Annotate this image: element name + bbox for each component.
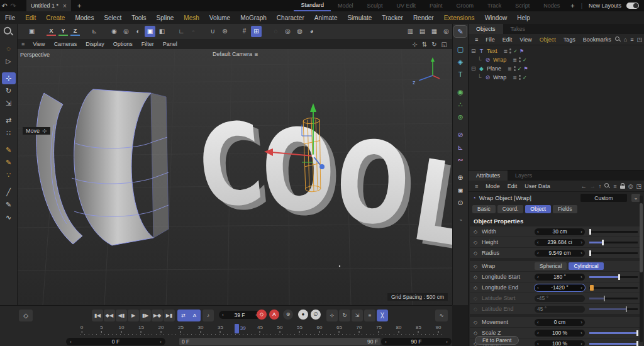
keyframe-diamond-icon[interactable]: ◇ xyxy=(474,240,482,245)
layout-toggle[interactable] xyxy=(626,3,639,9)
tweak-mode-icon[interactable]: ◧ xyxy=(157,26,167,37)
tab-layers[interactable]: Layers xyxy=(508,170,540,181)
slider-handle[interactable] xyxy=(602,240,604,245)
enabled-check-icon[interactable]: ✓ xyxy=(523,75,527,81)
keyframe-diamond-icon[interactable]: ◇ xyxy=(474,229,482,235)
obj-menu-view[interactable]: View xyxy=(516,36,535,43)
fit-to-parent-button[interactable]: Fit to Parent xyxy=(475,336,519,345)
sculpt-pen-tool[interactable]: ✎ xyxy=(2,144,16,156)
spline-deformer[interactable]: ⊾ xyxy=(454,142,467,153)
layer-icon[interactable]: ≣ xyxy=(508,66,512,72)
loop-toggle[interactable]: ⇄ xyxy=(178,310,189,321)
filter-icon[interactable]: ≡ xyxy=(630,36,633,43)
menu-volume[interactable]: Volume xyxy=(204,14,235,21)
tag-flag-icon[interactable]: ⚑ xyxy=(523,66,528,72)
chip-coord[interactable]: Coord. xyxy=(497,205,524,213)
search-icon[interactable] xyxy=(604,183,610,189)
menu-animate[interactable]: Animate xyxy=(309,14,343,21)
decrement-arrow[interactable]: ‹ xyxy=(537,240,539,245)
decrement-arrow[interactable]: ‹ xyxy=(537,274,539,280)
current-frame-field[interactable]: ‹ 39 F › xyxy=(219,311,260,319)
workplane-mode-icon[interactable]: ▫ xyxy=(188,26,199,37)
decrement-arrow[interactable]: ‹ xyxy=(537,285,539,291)
cube-primitive[interactable]: ◈ xyxy=(454,56,467,67)
object-row-wrap[interactable]: └⊘Wrap≣✓ xyxy=(469,55,644,64)
property-slider[interactable] xyxy=(589,341,638,346)
keyframe-diamond-icon[interactable]: ◇ xyxy=(474,264,482,269)
keyframe-diamond-icon[interactable]: ◇ xyxy=(474,274,482,280)
enabled-check-icon[interactable]: ✓ xyxy=(513,48,518,54)
sky-object[interactable]: ⊕ xyxy=(454,172,467,183)
key-filter-icon[interactable]: ╳ xyxy=(377,310,388,321)
new-layouts-button[interactable]: New Layouts xyxy=(585,3,625,9)
material-editor[interactable]: ◔ xyxy=(454,215,467,226)
generator-settings[interactable]: ⊛ xyxy=(454,111,467,123)
toggle-view-icon[interactable]: ◱ xyxy=(441,41,447,48)
knife-tool[interactable]: ╱ xyxy=(2,186,16,198)
camera-object[interactable]: ◙ xyxy=(454,184,467,196)
property-slider[interactable] xyxy=(589,274,638,280)
hamburger-icon[interactable]: ≡ xyxy=(471,36,482,43)
focus-icon[interactable]: ◎ xyxy=(628,183,633,189)
play-button[interactable]: ▶ xyxy=(128,310,139,321)
render-view-icon[interactable]: ▥ xyxy=(405,26,416,37)
move-tool[interactable]: ⊹ xyxy=(2,72,16,84)
scale-tool[interactable]: ⇲ xyxy=(2,98,16,109)
vp-menu-panel[interactable]: Panel xyxy=(158,41,182,47)
document-tab[interactable]: Untitled 1 * × xyxy=(26,0,71,11)
chevron-down-icon[interactable]: ⌄ xyxy=(631,194,640,202)
autokey-toggle-button[interactable]: A xyxy=(269,310,279,320)
toggle-icon-4[interactable]: ◕ xyxy=(306,26,317,37)
menu-render[interactable]: Render xyxy=(408,14,439,21)
axis-lock-z[interactable]: Z xyxy=(70,27,80,36)
layout-tab-script[interactable]: Script xyxy=(508,1,536,11)
slider-handle[interactable] xyxy=(604,296,605,301)
layer-icon[interactable]: ≣ xyxy=(513,75,517,81)
snap-toggle-icon[interactable]: ∪ xyxy=(208,26,218,37)
symmetry-tool[interactable]: ∾ xyxy=(454,154,467,165)
close-tab-icon[interactable]: × xyxy=(63,3,67,9)
value-field[interactable]: -45 ° xyxy=(535,295,585,302)
goto-start-button[interactable]: ▮◀ xyxy=(92,310,103,321)
popout-icon[interactable]: ◳ xyxy=(636,36,642,43)
keyframe-diamond-icon[interactable]: ◇ xyxy=(474,330,482,336)
next-key-button[interactable]: ▶◆ xyxy=(152,310,163,321)
value-field[interactable]: ‹-1420 °› xyxy=(535,284,585,291)
menu-tools[interactable]: Tools xyxy=(126,14,151,21)
obj-menu-tags[interactable]: Tags xyxy=(560,36,579,43)
tab-takes[interactable]: Takes xyxy=(503,24,533,34)
layout-tab-standard[interactable]: Standard xyxy=(294,0,331,11)
increment-arrow[interactable]: › xyxy=(580,274,582,280)
layout-tab-track[interactable]: Track xyxy=(480,1,508,11)
value-field[interactable]: 45 ° xyxy=(535,306,585,313)
enabled-check-icon[interactable]: ✓ xyxy=(523,57,527,63)
no-keyframes-button[interactable]: ∅ xyxy=(311,310,321,320)
vp-menu-cameras[interactable]: Cameras xyxy=(50,41,82,47)
start-frame-field[interactable]: ‹ 0 F › xyxy=(66,338,165,345)
lock-icon[interactable] xyxy=(620,183,625,189)
keyframe-selection-button[interactable]: ● xyxy=(298,310,308,320)
scrollbar[interactable] xyxy=(640,196,643,342)
prev-frame-button[interactable]: ◀▮ xyxy=(116,310,127,321)
layout-tab-nodes[interactable]: Nodes xyxy=(536,1,567,11)
key-position-icon[interactable]: ⊹ xyxy=(326,310,338,321)
property-slider[interactable] xyxy=(589,240,638,245)
preset-dropdown[interactable]: Custom xyxy=(580,194,627,202)
value-field[interactable]: ‹9.549 cm› xyxy=(535,250,585,257)
wrap-option-spherical[interactable]: Spherical xyxy=(535,262,567,270)
menu-help[interactable]: Help xyxy=(512,14,535,21)
menu-window[interactable]: Window xyxy=(480,14,513,21)
chip-object[interactable]: Object xyxy=(525,205,551,213)
obj-menu-bookmarks[interactable]: Bookmarks xyxy=(579,36,615,43)
slider-handle[interactable] xyxy=(590,285,594,291)
slider-handle[interactable] xyxy=(636,341,638,346)
camera-label[interactable]: Default Camera ◙ xyxy=(213,51,258,57)
menu-edit[interactable]: Edit xyxy=(20,14,41,21)
team-render-icon[interactable]: ◎ xyxy=(441,26,452,37)
rotate-tool[interactable]: ↻ xyxy=(2,85,16,97)
pan-icon[interactable]: ⊹ xyxy=(412,41,417,48)
pen-tool[interactable]: ✎ xyxy=(454,26,467,37)
toggle-icon-1[interactable]: ◌ xyxy=(270,26,281,37)
layer-icon[interactable]: ≣ xyxy=(504,48,508,54)
menu-create[interactable]: Create xyxy=(41,14,70,21)
